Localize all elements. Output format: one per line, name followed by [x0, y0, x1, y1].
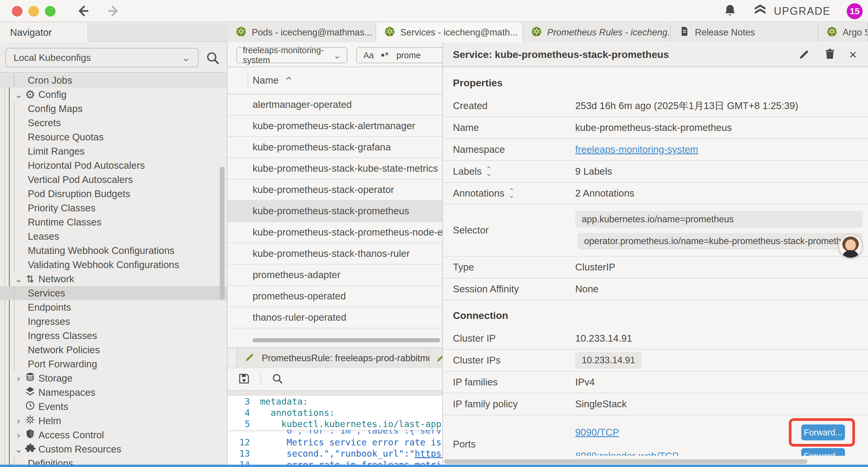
select-all-checkbox[interactable] — [232, 75, 243, 86]
sidebar-search-icon[interactable] — [205, 50, 220, 67]
zoom-window-button[interactable] — [45, 6, 56, 17]
close-window-button[interactable] — [12, 6, 23, 17]
table-search-input[interactable]: Aa * prome — [356, 47, 442, 63]
sidebar-item-priority-classes[interactable]: Priority Classes — [0, 201, 227, 215]
chevron-right-icon[interactable]: › — [13, 373, 24, 384]
row-checkbox[interactable] — [232, 291, 243, 302]
sidebar-item-events[interactable]: Events — [0, 400, 227, 414]
expand-toggle-icon[interactable]: ⌃⌄ — [508, 189, 514, 198]
sort-ascending-icon[interactable]: ^ — [285, 76, 292, 86]
sidebar-item-access-control[interactable]: ›Access Control — [0, 428, 227, 442]
upgrade-button[interactable]: UPGRADE — [753, 3, 831, 20]
sidebar-item-validating-webhook-configurations[interactable]: Validating Webhook Configurations — [0, 258, 227, 272]
sidebar-item-custom-resources[interactable]: ⌄Custom Resources — [0, 442, 227, 456]
row-checkbox[interactable] — [232, 248, 243, 259]
sidebar-item-secrets[interactable]: Secrets — [0, 116, 227, 130]
tab-argo[interactable]: Argo Se — [818, 23, 868, 42]
code-token: error rate in freeleaps metrics ser — [286, 460, 442, 465]
row-checkbox[interactable] — [232, 227, 243, 238]
sidebar-item-runtime-classes[interactable]: Runtime Classes — [0, 215, 227, 229]
sidebar-item-helm[interactable]: ›Helm — [0, 414, 227, 428]
table-row[interactable]: kube-prometheus-stack-prometheus-node-ex… — [227, 222, 442, 243]
back-icon[interactable] — [75, 4, 90, 20]
regex-toggle[interactable]: * — [381, 52, 389, 58]
table-row[interactable]: kube-prometheus-stack-operator — [227, 179, 442, 201]
row-checkbox[interactable] — [232, 206, 243, 217]
chevron-down-icon[interactable]: ⌄ — [13, 274, 24, 284]
name-column-header[interactable]: Name — [253, 75, 279, 86]
sidebar-item-config[interactable]: ⌄⚙Config — [0, 87, 227, 102]
tab-prometheus[interactable]: Prometheus Rules - icecheng... — [523, 23, 671, 42]
sidebar-item-leases[interactable]: Leases — [0, 229, 227, 243]
row-checkbox[interactable] — [232, 121, 243, 132]
edit-pencil-icon[interactable] — [798, 48, 811, 61]
table-row[interactable]: kube-prometheus-stack-grafana — [227, 137, 442, 158]
sidebar-item-storage[interactable]: ›Storage — [0, 371, 227, 385]
chevron-right-icon[interactable]: › — [13, 430, 24, 440]
chevron-right-icon[interactable]: › — [13, 416, 24, 426]
table-row[interactable]: prometheus-adapter — [227, 265, 442, 286]
bell-icon[interactable] — [723, 4, 737, 19]
port-link[interactable]: 9090/TCP — [575, 427, 619, 438]
expand-toggle-icon[interactable]: ⌃⌄ — [486, 167, 492, 176]
sidebar-item-cron-jobs[interactable]: Cron Jobs — [0, 73, 227, 87]
notification-count-badge[interactable]: 15 — [847, 3, 863, 19]
sidebar-item-pod-disruption-budgets[interactable]: Pod Disruption Budgets — [0, 187, 227, 201]
row-checkbox[interactable] — [232, 312, 243, 323]
forward-icon[interactable] — [106, 4, 121, 20]
forward-button[interactable]: Forward... — [801, 425, 845, 440]
table-row[interactable]: thanos-ruler-operated — [227, 307, 442, 328]
tab-label: Release Notes — [695, 27, 755, 38]
table-row[interactable]: kube-prometheus-stack-thanos-ruler — [227, 243, 442, 265]
sidebar-item-limit-ranges[interactable]: Limit Ranges — [0, 144, 227, 158]
sidebar-item-network-policies[interactable]: Network Policies — [0, 343, 227, 357]
namespace-filter-select[interactable]: freeleaps-monitoring-system ⌄ — [236, 47, 347, 63]
navigator-panel-tab[interactable]: Navigator — [0, 23, 88, 42]
sidebar-item-port-forwarding[interactable]: Port Forwarding — [0, 357, 227, 371]
match-case-toggle[interactable]: Aa — [363, 51, 374, 60]
row-checkbox[interactable] — [232, 184, 243, 195]
row-checkbox[interactable] — [232, 163, 243, 174]
kubeconfig-selector[interactable]: Local Kubeconfigs ⌄ — [5, 48, 198, 67]
sidebar-item-network[interactable]: ⌄⇅Network — [0, 272, 227, 286]
sidebar-item-services[interactable]: Services — [0, 286, 227, 300]
table-row[interactable]: kube-prometheus-stack-alertmanager — [227, 116, 442, 137]
sidebar-item-namespaces[interactable]: Namespaces — [0, 385, 227, 400]
table-horizontal-scrollbar[interactable] — [253, 338, 440, 342]
chevron-down-icon[interactable]: ⌄ — [13, 90, 24, 100]
sidebar-item-resource-quotas[interactable]: Resource Quotas — [0, 130, 227, 144]
sidebar-item-definitions[interactable]: Definitions — [0, 456, 227, 465]
save-icon[interactable] — [238, 372, 251, 386]
chevron-down-icon[interactable]: ⌄ — [13, 444, 24, 455]
table-row[interactable]: prometheus-operated — [227, 286, 442, 307]
sidebar-scrollbar[interactable] — [220, 167, 224, 300]
detail-horizontal-scrollbar[interactable] — [444, 459, 807, 464]
table-row[interactable]: kube-prometheus-stack-prometheus — [227, 201, 442, 222]
editor-tab-next-partial[interactable] — [430, 348, 442, 368]
forward-button[interactable]: Forward... — [801, 448, 845, 456]
delete-trash-icon[interactable] — [824, 48, 836, 61]
tab-pods[interactable]: Pods - icecheng@mathmas... — [227, 23, 376, 42]
row-checkbox[interactable] — [232, 269, 243, 281]
row-checkbox[interactable] — [232, 142, 243, 153]
row-checkbox[interactable] — [232, 99, 243, 110]
table-row[interactable]: alertmanager-operated — [227, 94, 442, 116]
minimize-window-button[interactable] — [28, 6, 39, 17]
sidebar-item-ingress-classes[interactable]: Ingress Classes — [0, 329, 227, 343]
sidebar-item-horizontal-pod-autoscalers[interactable]: Horizontal Pod Autoscalers — [0, 158, 227, 173]
tab-release[interactable]: Release Notes — [671, 23, 818, 42]
editor-search-icon[interactable] — [271, 372, 284, 386]
tab-services[interactable]: Services - icecheng@math...× — [376, 23, 523, 42]
namespace-link[interactable]: freeleaps-monitoring-system — [575, 144, 698, 155]
sidebar-item-ingresses[interactable]: Ingresses — [0, 315, 227, 329]
sidebar-item-mutating-webhook-configurations[interactable]: Mutating Webhook Configurations — [0, 243, 227, 258]
editor-tab-prometheusrule[interactable]: PrometheusRule: freeleaps-prod-rabbitmq — [236, 348, 430, 368]
table-row[interactable]: kube-prometheus-stack-kube-state-metrics — [227, 158, 442, 179]
sidebar-item-config-maps[interactable]: Config Maps — [0, 102, 227, 116]
close-icon[interactable]: × — [849, 47, 857, 62]
yaml-editor[interactable]: 3metadata:4annotations:5kubectl.kubernet… — [227, 396, 442, 465]
sidebar-item-vertical-pod-autoscalers[interactable]: Vertical Pod Autoscalers — [0, 173, 227, 187]
assistant-avatar[interactable] — [839, 235, 862, 258]
port-link[interactable]: 8080:reloader-web/TCP — [575, 450, 679, 456]
sidebar-item-endpoints[interactable]: Endpoints — [0, 300, 227, 315]
